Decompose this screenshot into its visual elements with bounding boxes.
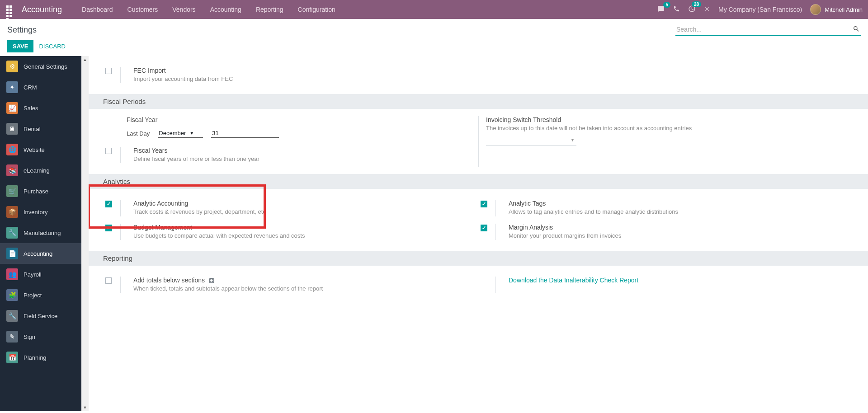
sidebar-item-general-settings[interactable]: ⚙General Settings [0, 56, 81, 77]
chevron-down-icon[interactable]: ▼ [571, 138, 575, 142]
analytic-accounting-desc: Track costs & revenues by project, depar… [133, 208, 465, 216]
sidebar-item-label: Inventory [24, 209, 47, 216]
user-name: Mitchell Admin [825, 6, 863, 13]
phone-icon[interactable] [673, 5, 680, 14]
scroll-up-icon[interactable]: ▲ [81, 56, 89, 63]
main-area: ⚙General Settings✦CRM📈Sales🖥Rental🌐Websi… [0, 56, 868, 411]
activities-icon[interactable]: 28 [688, 5, 696, 14]
sidebar-icon: ✎ [6, 331, 18, 343]
save-button[interactable]: SAVE [7, 40, 33, 52]
invoicing-threshold-input[interactable] [486, 137, 576, 146]
analytic-accounting-title: Analytic Accounting [133, 200, 465, 207]
analytic-tags-checkbox[interactable] [481, 201, 487, 207]
sidebar-item-rental[interactable]: 🖥Rental [0, 118, 81, 139]
margin-analysis-checkbox[interactable] [481, 225, 487, 231]
sidebar-item-label: Rental [24, 126, 41, 132]
messages-badge: 5 [663, 2, 670, 8]
fiscal-years-desc: Define fiscal years of more or less than… [133, 155, 465, 163]
app-brand: Accounting [22, 5, 62, 14]
sidebar-item-label: Payroll [24, 271, 42, 278]
search-icon[interactable] [853, 25, 860, 34]
totals-checkbox[interactable] [105, 277, 112, 284]
discard-button[interactable]: DISCARD [39, 43, 66, 50]
svg-point-2 [212, 280, 212, 280]
sidebar-item-planning[interactable]: 📅Planning [0, 347, 81, 368]
fec-import-title: FEC Import [133, 67, 840, 74]
nav-dashboard[interactable]: Dashboard [75, 1, 120, 18]
nav-right: 5 28 My Company (San Francisco) Mitchell… [657, 4, 863, 15]
nav-accounting[interactable]: Accounting [203, 1, 249, 18]
developer-icon [208, 277, 215, 284]
sidebar-item-elearning[interactable]: 📚eLearning [0, 160, 81, 181]
sidebar-icon: 👥 [6, 268, 18, 280]
sidebar-icon: 🛒 [6, 185, 18, 197]
sidebar-item-manufacturing[interactable]: 🔧Manufacturing [0, 222, 81, 243]
nav-reporting[interactable]: Reporting [249, 1, 291, 18]
settings-content: FEC Import Import your accounting data f… [89, 56, 868, 411]
svg-point-4 [212, 281, 212, 282]
budget-management-desc: Use budgets to compare actual with expec… [133, 232, 465, 240]
sidebar-icon: 📦 [6, 206, 18, 218]
sidebar-item-inventory[interactable]: 📦Inventory [0, 202, 81, 222]
sidebar-icon: 🔧 [6, 227, 18, 239]
fec-import-desc: Import your accounting data from FEC [133, 75, 840, 83]
svg-point-3 [211, 281, 211, 282]
budget-management-title: Budget Management [133, 224, 465, 231]
messages-icon[interactable]: 5 [657, 5, 665, 14]
sidebar-item-payroll[interactable]: 👥Payroll [0, 264, 81, 285]
nav-configuration[interactable]: Configuration [291, 1, 343, 18]
sidebar-icon: 📈 [6, 102, 18, 114]
scroll-down-icon[interactable]: ▼ [81, 404, 89, 411]
sidebar-item-field-service[interactable]: 🔧Field Service [0, 305, 81, 326]
svg-rect-0 [209, 278, 213, 282]
sidebar-icon: 🌐 [6, 144, 18, 155]
search-input[interactable] [675, 23, 861, 36]
fiscal-year-label: Fiscal Year [127, 116, 478, 123]
breadcrumb: Settings [7, 23, 37, 35]
sidebar-item-sign[interactable]: ✎Sign [0, 326, 81, 347]
fec-import-checkbox[interactable] [105, 68, 112, 74]
sidebar-icon: 🔧 [6, 310, 18, 322]
reporting-header: Reporting [89, 251, 868, 266]
last-day-label: Last Day [127, 130, 150, 137]
sidebar-item-label: Sales [24, 105, 38, 112]
control-panel: Settings SAVE DISCARD [0, 19, 868, 56]
nav-customers[interactable]: Customers [120, 1, 165, 18]
sidebar-icon: ✦ [6, 81, 18, 93]
fiscal-day-input[interactable] [211, 129, 279, 138]
settings-sidebar: ⚙General Settings✦CRM📈Sales🖥Rental🌐Websi… [0, 56, 81, 411]
user-menu[interactable]: Mitchell Admin [810, 4, 863, 15]
sidebar-item-accounting[interactable]: 📄Accounting [0, 243, 81, 264]
fiscal-years-title: Fiscal Years [133, 147, 465, 154]
apps-menu-icon[interactable] [5, 5, 15, 14]
company-selector[interactable]: My Company (San Francisco) [718, 6, 802, 13]
avatar [810, 4, 821, 15]
sidebar-icon: ⚙ [6, 61, 18, 72]
sidebar-item-label: Purchase [24, 188, 48, 195]
sidebar-item-project[interactable]: 🧩Project [0, 285, 81, 305]
sidebar-scrollbar[interactable]: ▲ ▼ [81, 56, 89, 411]
svg-point-1 [211, 280, 211, 280]
sidebar-item-purchase[interactable]: 🛒Purchase [0, 181, 81, 202]
sidebar-icon: 🧩 [6, 289, 18, 301]
nav-vendors[interactable]: Vendors [165, 1, 203, 18]
fiscal-month-select[interactable]: December ▼ [158, 129, 203, 138]
totals-desc: When ticked, totals and subtotals appear… [133, 285, 465, 293]
sidebar-item-label: Website [24, 146, 45, 153]
sidebar-item-website[interactable]: 🌐Website [0, 139, 81, 160]
sidebar-item-sales[interactable]: 📈Sales [0, 98, 81, 118]
invoicing-threshold-title: Invoicing Switch Threshold [486, 116, 854, 123]
search-box [675, 23, 861, 36]
sidebar-item-label: eLearning [24, 167, 50, 174]
margin-analysis-desc: Monitor your product margins from invoic… [509, 232, 840, 240]
close-debug-icon[interactable] [704, 6, 710, 14]
analytic-tags-title: Analytic Tags [509, 200, 840, 207]
sidebar-item-label: Sign [24, 333, 35, 340]
sidebar-item-crm[interactable]: ✦CRM [0, 77, 81, 98]
download-report-link[interactable]: Download the Data Inalterability Check R… [509, 277, 840, 284]
sidebar-item-label: Field Service [24, 313, 57, 319]
fiscal-years-checkbox[interactable] [105, 148, 112, 154]
budget-management-checkbox[interactable] [105, 225, 112, 231]
sidebar-item-label: Project [24, 292, 42, 299]
analytic-accounting-checkbox[interactable] [105, 201, 112, 207]
